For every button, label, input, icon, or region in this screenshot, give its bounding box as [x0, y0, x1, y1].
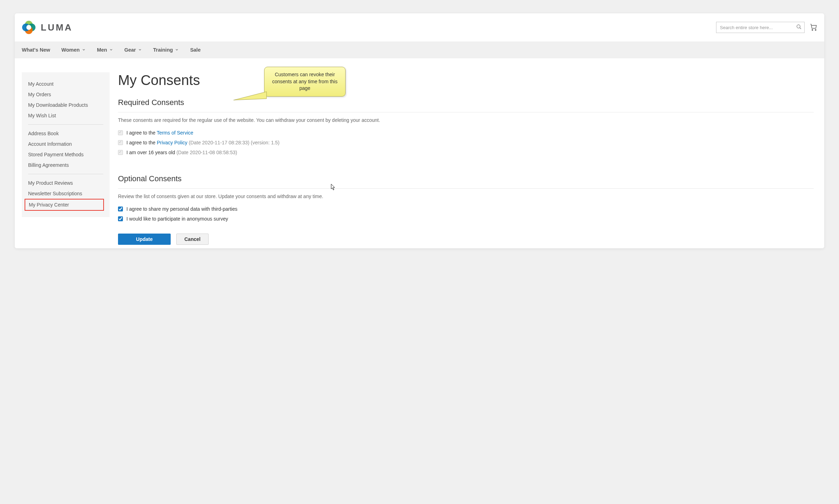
sidebar-item-downloadable[interactable]: My Downloadable Products: [28, 100, 103, 110]
sidebar-item-my-account[interactable]: My Account: [28, 79, 103, 89]
required-desc: These consents are required for the regu…: [118, 117, 814, 123]
divider: [28, 174, 103, 174]
sidebar-item-privacy-center[interactable]: My Privacy Center: [25, 199, 104, 211]
nav-sale[interactable]: Sale: [190, 47, 201, 53]
optional-heading: Optional Consents: [118, 174, 814, 183]
divider: [28, 124, 103, 125]
nav-gear[interactable]: Gear: [124, 47, 142, 53]
consent-required-age: I am over 16 years old (Date 2020-11-08 …: [118, 148, 814, 157]
main: My Consents Required Consents These cons…: [118, 72, 817, 245]
sidebar-item-newsletter[interactable]: Newsletter Subscriptions: [28, 188, 103, 199]
nav-bar: What's New Women Men Gear Training Sale: [15, 41, 824, 58]
svg-point-7: [812, 29, 813, 30]
page-wrapper: LUMA What's New Women Men Gea: [15, 13, 824, 248]
optional-desc: Review the list of consents given at our…: [118, 194, 814, 199]
chevron-down-icon: [82, 47, 86, 53]
callout-text: Customers can revoke their consents at a…: [272, 72, 337, 91]
required-heading: Required Consents: [118, 98, 814, 107]
header-right: [716, 22, 817, 33]
nav-whats-new[interactable]: What's New: [22, 47, 50, 53]
consent-required-tos: I agree to the Terms of Service: [118, 128, 814, 138]
brand-name: LUMA: [41, 22, 73, 33]
update-button[interactable]: Update: [118, 234, 171, 245]
cancel-button[interactable]: Cancel: [176, 234, 209, 245]
checkbox-disabled-icon: [118, 150, 123, 155]
chevron-down-icon: [109, 47, 113, 53]
sidebar-item-reviews[interactable]: My Product Reviews: [28, 178, 103, 188]
callout-tail: [234, 91, 267, 103]
search-input[interactable]: [716, 22, 805, 33]
sidebar-item-address-book[interactable]: Address Book: [28, 128, 103, 139]
sidebar-item-account-info[interactable]: Account Information: [28, 139, 103, 149]
divider: [118, 112, 814, 112]
nav-men[interactable]: Men: [97, 47, 113, 53]
consent-optional-survey: I would like to participate in anonymous…: [118, 214, 814, 224]
cursor-icon: [331, 184, 336, 192]
svg-line-6: [800, 28, 801, 29]
button-row: Update Cancel: [118, 234, 814, 245]
consent-required-privacy: I agree to the Privacy Policy (Date 2020…: [118, 138, 814, 148]
checkbox-disabled-icon: [118, 140, 123, 145]
page-title: My Consents: [118, 72, 814, 88]
annotation-callout: Customers can revoke their consents at a…: [264, 67, 346, 97]
divider: [118, 188, 814, 189]
sidebar: My Account My Orders My Downloadable Pro…: [22, 72, 110, 217]
svg-marker-9: [234, 92, 267, 100]
sidebar-item-my-orders[interactable]: My Orders: [28, 89, 103, 100]
checkbox-survey[interactable]: [118, 216, 123, 221]
search-box: [716, 22, 805, 33]
cart-icon[interactable]: [809, 23, 817, 32]
chevron-down-icon: [175, 47, 179, 53]
consent-optional-thirdparty: I agree to share my personal data with t…: [118, 204, 814, 214]
svg-point-5: [797, 25, 800, 28]
checkbox-disabled-icon: [118, 130, 123, 135]
link-terms-of-service[interactable]: Terms of Service: [157, 130, 193, 136]
sidebar-item-stored-payment[interactable]: Stored Payment Methods: [28, 149, 103, 160]
nav-training[interactable]: Training: [153, 47, 179, 53]
link-privacy-policy[interactable]: Privacy Policy: [157, 140, 187, 145]
chevron-down-icon: [138, 47, 142, 53]
logo-icon: [21, 20, 37, 35]
svg-point-4: [26, 25, 31, 30]
nav-women[interactable]: Women: [61, 47, 86, 53]
svg-point-8: [815, 29, 816, 30]
checkbox-thirdparty[interactable]: [118, 207, 123, 211]
logo[interactable]: LUMA: [21, 20, 73, 35]
sidebar-item-wish-list[interactable]: My Wish List: [28, 110, 103, 121]
search-icon[interactable]: [796, 24, 802, 31]
header: LUMA: [15, 13, 824, 41]
sidebar-item-billing[interactable]: Billing Agreements: [28, 160, 103, 170]
content: My Account My Orders My Downloadable Pro…: [15, 58, 824, 248]
